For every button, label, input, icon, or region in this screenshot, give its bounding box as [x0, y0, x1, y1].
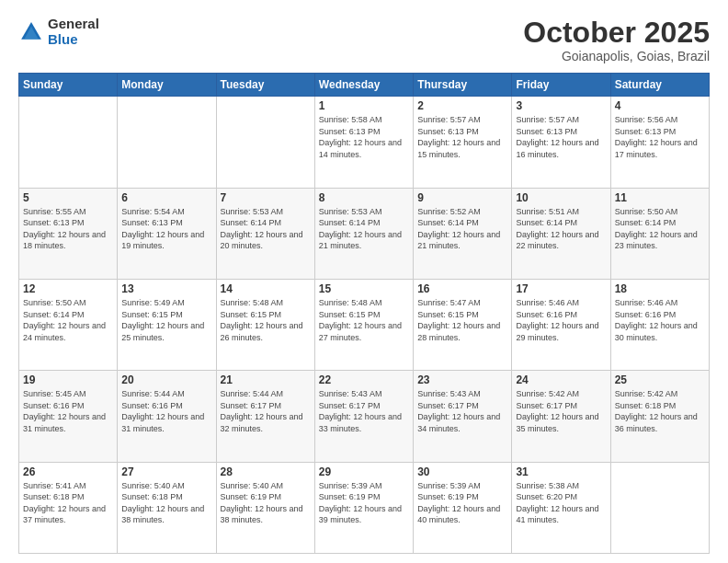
day-number: 6	[121, 191, 211, 204]
day-number: 19	[23, 373, 113, 386]
day-number: 4	[615, 99, 705, 112]
logo-text: General Blue	[48, 17, 99, 47]
calendar-cell: 3Sunrise: 5:57 AM Sunset: 6:13 PM Daylig…	[512, 97, 610, 188]
day-number: 31	[516, 465, 606, 478]
calendar-cell: 10Sunrise: 5:51 AM Sunset: 6:14 PM Dayli…	[512, 188, 610, 279]
calendar-day-header: Wednesday	[314, 74, 413, 97]
calendar-cell	[118, 97, 216, 188]
header: General Blue October 2025 Goianapolis, G…	[18, 17, 710, 63]
calendar-day-header: Sunday	[19, 74, 118, 97]
day-number: 21	[221, 373, 311, 386]
day-info: Sunrise: 5:52 AM Sunset: 6:14 PM Dayligh…	[417, 206, 507, 252]
calendar-cell: 13Sunrise: 5:49 AM Sunset: 6:15 PM Dayli…	[118, 279, 216, 370]
calendar-cell: 25Sunrise: 5:42 AM Sunset: 6:18 PM Dayli…	[610, 371, 709, 462]
day-number: 2	[417, 99, 507, 112]
month-title: October 2025	[523, 17, 710, 49]
day-number: 24	[516, 373, 606, 386]
calendar-cell: 6Sunrise: 5:54 AM Sunset: 6:13 PM Daylig…	[118, 188, 216, 279]
day-info: Sunrise: 5:53 AM Sunset: 6:14 PM Dayligh…	[319, 206, 409, 252]
logo-general: General	[48, 16, 99, 31]
calendar-cell: 9Sunrise: 5:52 AM Sunset: 6:14 PM Daylig…	[414, 188, 512, 279]
day-number: 3	[516, 99, 606, 112]
calendar-cell	[216, 97, 314, 188]
day-number: 9	[417, 191, 507, 204]
day-info: Sunrise: 5:48 AM Sunset: 6:15 PM Dayligh…	[319, 297, 409, 343]
day-number: 5	[23, 191, 113, 204]
day-number: 22	[319, 373, 409, 386]
day-info: Sunrise: 5:46 AM Sunset: 6:16 PM Dayligh…	[516, 297, 606, 343]
day-number: 13	[121, 282, 211, 295]
calendar-cell: 21Sunrise: 5:44 AM Sunset: 6:17 PM Dayli…	[216, 371, 314, 462]
calendar-week-row: 19Sunrise: 5:45 AM Sunset: 6:16 PM Dayli…	[19, 371, 710, 462]
day-info: Sunrise: 5:39 AM Sunset: 6:19 PM Dayligh…	[417, 480, 507, 526]
day-number: 29	[319, 465, 409, 478]
day-info: Sunrise: 5:48 AM Sunset: 6:15 PM Dayligh…	[221, 297, 311, 343]
day-number: 20	[121, 373, 211, 386]
calendar-header-row: SundayMondayTuesdayWednesdayThursdayFrid…	[19, 74, 710, 97]
day-number: 18	[615, 282, 705, 295]
calendar-week-row: 12Sunrise: 5:50 AM Sunset: 6:14 PM Dayli…	[19, 279, 710, 370]
calendar-cell: 31Sunrise: 5:38 AM Sunset: 6:20 PM Dayli…	[512, 462, 610, 553]
calendar-cell: 20Sunrise: 5:44 AM Sunset: 6:16 PM Dayli…	[118, 371, 216, 462]
calendar-week-row: 26Sunrise: 5:41 AM Sunset: 6:18 PM Dayli…	[19, 462, 710, 553]
calendar-week-row: 1Sunrise: 5:58 AM Sunset: 6:13 PM Daylig…	[19, 97, 710, 188]
calendar-cell: 14Sunrise: 5:48 AM Sunset: 6:15 PM Dayli…	[216, 279, 314, 370]
day-number: 28	[221, 465, 311, 478]
day-info: Sunrise: 5:47 AM Sunset: 6:15 PM Dayligh…	[417, 297, 507, 343]
calendar-cell: 17Sunrise: 5:46 AM Sunset: 6:16 PM Dayli…	[512, 279, 610, 370]
day-number: 11	[615, 191, 705, 204]
day-info: Sunrise: 5:50 AM Sunset: 6:14 PM Dayligh…	[615, 206, 705, 252]
title-block: October 2025 Goianapolis, Goias, Brazil	[523, 17, 710, 63]
location: Goianapolis, Goias, Brazil	[523, 49, 710, 63]
day-info: Sunrise: 5:43 AM Sunset: 6:17 PM Dayligh…	[417, 388, 507, 434]
calendar-cell: 24Sunrise: 5:42 AM Sunset: 6:17 PM Dayli…	[512, 371, 610, 462]
calendar-cell: 29Sunrise: 5:39 AM Sunset: 6:19 PM Dayli…	[314, 462, 413, 553]
calendar-cell: 23Sunrise: 5:43 AM Sunset: 6:17 PM Dayli…	[414, 371, 512, 462]
calendar-cell: 28Sunrise: 5:40 AM Sunset: 6:19 PM Dayli…	[216, 462, 314, 553]
day-number: 17	[516, 282, 606, 295]
logo: General Blue	[18, 17, 99, 47]
day-number: 30	[417, 465, 507, 478]
day-info: Sunrise: 5:50 AM Sunset: 6:14 PM Dayligh…	[23, 297, 113, 343]
day-number: 14	[221, 282, 311, 295]
day-number: 15	[319, 282, 409, 295]
calendar-day-header: Thursday	[414, 74, 512, 97]
calendar-cell: 26Sunrise: 5:41 AM Sunset: 6:18 PM Dayli…	[19, 462, 118, 553]
day-info: Sunrise: 5:56 AM Sunset: 6:13 PM Dayligh…	[615, 114, 705, 160]
calendar-cell: 19Sunrise: 5:45 AM Sunset: 6:16 PM Dayli…	[19, 371, 118, 462]
logo-icon	[18, 19, 44, 45]
calendar-cell: 27Sunrise: 5:40 AM Sunset: 6:18 PM Dayli…	[118, 462, 216, 553]
day-info: Sunrise: 5:42 AM Sunset: 6:18 PM Dayligh…	[615, 388, 705, 434]
day-info: Sunrise: 5:39 AM Sunset: 6:19 PM Dayligh…	[319, 480, 409, 526]
day-info: Sunrise: 5:53 AM Sunset: 6:14 PM Dayligh…	[221, 206, 311, 252]
day-number: 1	[319, 99, 409, 112]
day-info: Sunrise: 5:54 AM Sunset: 6:13 PM Dayligh…	[121, 206, 211, 252]
calendar-cell: 4Sunrise: 5:56 AM Sunset: 6:13 PM Daylig…	[610, 97, 709, 188]
calendar-day-header: Saturday	[610, 74, 709, 97]
day-info: Sunrise: 5:58 AM Sunset: 6:13 PM Dayligh…	[319, 114, 409, 160]
day-info: Sunrise: 5:43 AM Sunset: 6:17 PM Dayligh…	[319, 388, 409, 434]
calendar-cell: 18Sunrise: 5:46 AM Sunset: 6:16 PM Dayli…	[610, 279, 709, 370]
logo-blue: Blue	[48, 31, 78, 47]
calendar-cell: 7Sunrise: 5:53 AM Sunset: 6:14 PM Daylig…	[216, 188, 314, 279]
day-info: Sunrise: 5:44 AM Sunset: 6:16 PM Dayligh…	[121, 388, 211, 434]
calendar-cell: 1Sunrise: 5:58 AM Sunset: 6:13 PM Daylig…	[314, 97, 413, 188]
day-info: Sunrise: 5:46 AM Sunset: 6:16 PM Dayligh…	[615, 297, 705, 343]
day-info: Sunrise: 5:41 AM Sunset: 6:18 PM Dayligh…	[23, 480, 113, 526]
calendar-table: SundayMondayTuesdayWednesdayThursdayFrid…	[18, 73, 710, 554]
calendar-cell: 30Sunrise: 5:39 AM Sunset: 6:19 PM Dayli…	[414, 462, 512, 553]
day-info: Sunrise: 5:49 AM Sunset: 6:15 PM Dayligh…	[121, 297, 211, 343]
calendar-cell	[19, 97, 118, 188]
day-number: 10	[516, 191, 606, 204]
day-info: Sunrise: 5:57 AM Sunset: 6:13 PM Dayligh…	[516, 114, 606, 160]
page: General Blue October 2025 Goianapolis, G…	[0, 0, 728, 563]
day-number: 26	[23, 465, 113, 478]
day-info: Sunrise: 5:42 AM Sunset: 6:17 PM Dayligh…	[516, 388, 606, 434]
day-number: 8	[319, 191, 409, 204]
calendar-cell: 5Sunrise: 5:55 AM Sunset: 6:13 PM Daylig…	[19, 188, 118, 279]
calendar-day-header: Friday	[512, 74, 610, 97]
calendar-week-row: 5Sunrise: 5:55 AM Sunset: 6:13 PM Daylig…	[19, 188, 710, 279]
day-info: Sunrise: 5:38 AM Sunset: 6:20 PM Dayligh…	[516, 480, 606, 526]
calendar-cell: 8Sunrise: 5:53 AM Sunset: 6:14 PM Daylig…	[314, 188, 413, 279]
day-info: Sunrise: 5:40 AM Sunset: 6:19 PM Dayligh…	[221, 480, 311, 526]
